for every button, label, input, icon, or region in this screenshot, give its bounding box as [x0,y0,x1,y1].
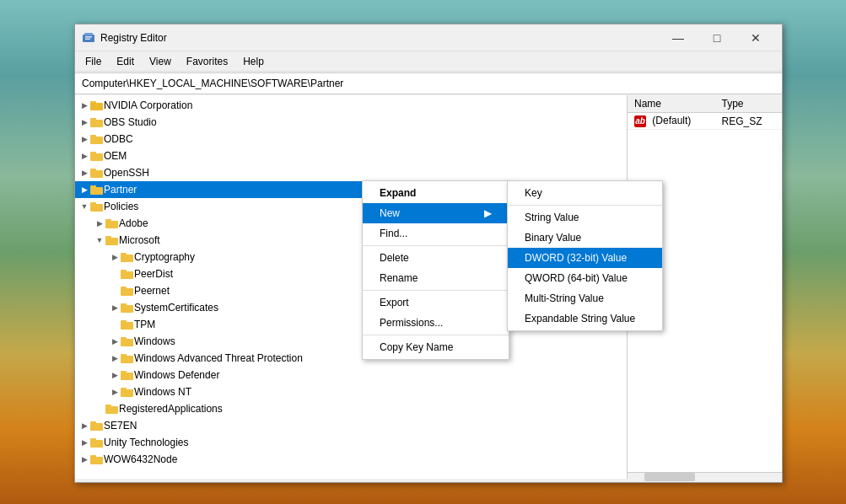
folder-icon-cryptography [121,251,134,263]
tree-item-regapps[interactable]: ▶ RegisteredApplications [75,400,627,417]
svg-rect-24 [121,253,127,255]
tree-label-policies: Policies [104,201,138,212]
tree-item-windefender[interactable]: ▶ Windows Defender [75,367,627,383]
tree-item-windows[interactable]: ▶ Windows [75,333,627,350]
expand-arrow-nvidia: ▶ [78,97,90,114]
separator-1 [363,245,509,246]
address-bar: Computer\HKEY_LOCAL_MACHINE\SOFTWARE\Par… [75,72,782,94]
tree-label-peerdist: PeerDist [134,268,173,280]
context-sub-expandable[interactable]: Expandable String Value [508,308,662,329]
close-button[interactable]: ✕ [736,24,775,51]
tree-label-se7en: SE7EN [104,420,137,432]
context-item-permissions[interactable]: Permissions... [363,313,509,333]
expand-arrow-obs: ▶ [78,114,90,131]
expand-arrow-winnt: ▶ [109,383,121,400]
svg-rect-3 [85,38,90,40]
context-sub-dword[interactable]: DWORD (32-bit) Value [508,248,662,268]
context-sub-multistring[interactable]: Multi-String Value [508,288,662,308]
context-item-new[interactable]: New ▶ [363,203,509,223]
svg-rect-40 [121,388,127,390]
separator-3 [363,335,509,335]
context-sub-string[interactable]: String Value [508,207,662,228]
folder-icon-systemcerts [121,302,134,314]
folder-icon-winnt [121,386,134,398]
context-item-export[interactable]: Export [363,292,509,313]
address-text: Computer\HKEY_LOCAL_MACHINE\SOFTWARE\Par… [82,78,343,89]
svg-rect-23 [121,255,133,262]
menu-bar: File Edit View Favorites Help [75,51,782,72]
menu-edit[interactable]: Edit [110,54,141,69]
svg-rect-22 [105,236,111,239]
menu-help[interactable]: Help [236,54,271,69]
context-sub-qword[interactable]: QWORD (64-bit) Value [508,268,662,288]
tree-item-winnt[interactable]: ▶ Windows NT [75,383,627,400]
folder-icon-nvidia [90,99,104,111]
context-sub-binary[interactable]: Binary Value [508,228,662,248]
svg-rect-31 [121,322,133,330]
folder-icon-peerdist [121,268,134,280]
minimize-button[interactable]: — [659,24,698,51]
tree-label-obs: OBS Studio [104,116,157,128]
svg-rect-2 [85,36,92,38]
expand-arrow-adobe: ▶ [94,215,105,232]
tree-item-watp[interactable]: ▶ Windows Advanced Threat Protection [75,350,627,367]
col-type[interactable]: Type [715,95,783,113]
expand-arrow-policies: ▼ [78,198,90,215]
folder-icon-policies [90,201,104,212]
folder-icon-se7en [90,420,104,432]
tree-item-wow6432[interactable]: ▶ WOW6432Node [75,451,627,468]
expand-arrow-watp: ▶ [109,350,121,367]
tree-label-partner: Partner [104,184,137,196]
folder-icon-tpm [121,319,134,330]
expand-arrow-partner: ▶ [78,181,90,198]
context-menu-main: Expand New ▶ Find... Delete Rename Expor… [362,180,509,360]
folder-icon-windefender [121,369,134,381]
svg-rect-34 [121,337,127,340]
tree-label-openssh: OpenSSH [104,167,149,179]
expand-arrow-oem: ▶ [78,147,90,164]
context-sub-key[interactable]: Key [508,183,662,203]
folder-icon-adobe [105,217,119,229]
tree-item-oem[interactable]: ▶ OEM [75,147,627,164]
context-item-copykey[interactable]: Copy Key Name [363,337,509,357]
tree-item-unity[interactable]: ▶ Unity Technologies [75,434,627,451]
svg-rect-30 [121,303,127,306]
right-scrollbar[interactable] [628,472,782,479]
tree-item-nvidia[interactable]: ▶ NVIDIA Corporation [75,97,627,114]
svg-rect-32 [121,320,127,323]
context-item-delete[interactable]: Delete [363,248,509,268]
folder-icon-watp [121,352,134,364]
table-row[interactable]: ab (Default) REG_SZ [628,113,782,130]
folder-icon-partner [90,184,104,196]
context-item-expand[interactable]: Expand [363,183,509,203]
folder-icon-obs [90,116,104,128]
tree-item-openssh[interactable]: ▶ OpenSSH [75,164,627,181]
menu-favorites[interactable]: Favorites [180,54,234,69]
entry-name: ab (Default) [628,113,715,130]
svg-rect-33 [121,339,133,346]
expand-arrow-cryptography: ▶ [109,249,121,265]
tree-item-odbc[interactable]: ▶ ODBC [75,131,627,147]
col-name[interactable]: Name [628,95,715,113]
svg-rect-36 [121,354,127,357]
svg-rect-41 [105,406,118,414]
maximize-button[interactable]: □ [698,24,736,51]
menu-file[interactable]: File [78,54,108,69]
scrollbar-thumb[interactable] [644,473,695,479]
folder-icon-unity [90,437,104,448]
expand-arrow-odbc: ▶ [78,131,90,147]
menu-view[interactable]: View [143,54,178,69]
svg-rect-25 [121,271,133,279]
separator-2 [363,290,509,291]
registry-icon [82,31,95,45]
svg-rect-18 [90,202,96,205]
svg-rect-28 [121,287,127,289]
expand-arrow-windefender: ▶ [109,367,121,383]
context-item-find[interactable]: Find... [363,223,509,244]
tree-label-oem: OEM [104,150,127,162]
svg-rect-15 [90,187,103,195]
svg-rect-17 [90,204,103,212]
tree-item-se7en[interactable]: ▶ SE7EN [75,417,627,434]
context-item-rename[interactable]: Rename [363,268,509,288]
tree-item-obs[interactable]: ▶ OBS Studio [75,114,627,131]
